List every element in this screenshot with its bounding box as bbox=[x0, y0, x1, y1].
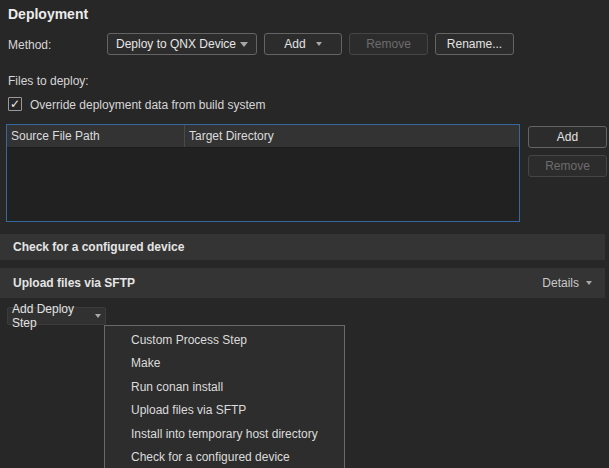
method-combobox[interactable]: Deploy to QNX Device bbox=[107, 33, 257, 55]
chevron-down-icon bbox=[95, 314, 101, 318]
add-method-button-label: Add bbox=[284, 37, 305, 51]
step-title: Check for a configured device bbox=[13, 240, 184, 254]
override-deployment-checkbox-label[interactable]: Override deployment data from build syst… bbox=[30, 98, 265, 112]
step-bar-upload-files-sftp[interactable]: Upload files via SFTP Details bbox=[0, 268, 605, 298]
chevron-down-icon bbox=[240, 42, 248, 47]
override-deployment-checkbox[interactable]: ✓ bbox=[8, 97, 22, 111]
chevron-down-icon bbox=[316, 42, 322, 46]
add-deploy-step-button[interactable]: Add Deploy Step bbox=[7, 307, 106, 325]
method-combobox-value: Deploy to QNX Device bbox=[116, 37, 240, 51]
menu-item-run-conan-install[interactable]: Run conan install bbox=[105, 375, 344, 399]
remove-method-button-label: Remove bbox=[366, 37, 411, 51]
details-toggle-button[interactable]: Details bbox=[542, 276, 592, 290]
remove-file-button[interactable]: Remove bbox=[528, 155, 607, 177]
page-title: Deployment bbox=[8, 6, 88, 22]
remove-file-button-label: Remove bbox=[545, 159, 590, 173]
deployment-settings-panel: Deployment Method: Deploy to QNX Device … bbox=[0, 0, 609, 468]
column-header-target-directory[interactable]: Target Directory bbox=[185, 125, 519, 147]
details-toggle-label: Details bbox=[542, 276, 579, 290]
step-title: Upload files via SFTP bbox=[13, 276, 135, 290]
step-bar-check-configured-device[interactable]: Check for a configured device bbox=[0, 234, 605, 260]
chevron-down-icon bbox=[586, 281, 592, 285]
menu-item-custom-process-step[interactable]: Custom Process Step bbox=[105, 328, 344, 352]
add-deploy-step-button-label: Add Deploy Step bbox=[12, 302, 92, 330]
rename-method-button[interactable]: Rename... bbox=[435, 33, 514, 55]
method-label: Method: bbox=[8, 38, 51, 52]
menu-item-check-for-a-configured-device[interactable]: Check for a configured device bbox=[105, 446, 344, 468]
column-header-source-file-path[interactable]: Source File Path bbox=[7, 125, 185, 147]
deploy-files-table[interactable]: Source File Path Target Directory bbox=[6, 124, 520, 222]
menu-item-install-into-temporary-host-directory[interactable]: Install into temporary host directory bbox=[105, 422, 344, 446]
add-file-button[interactable]: Add bbox=[528, 126, 607, 148]
add-file-button-label: Add bbox=[557, 130, 578, 144]
files-to-deploy-label: Files to deploy: bbox=[8, 74, 89, 88]
menu-item-make[interactable]: Make bbox=[105, 352, 344, 376]
remove-method-button[interactable]: Remove bbox=[349, 33, 428, 55]
rename-method-button-label: Rename... bbox=[447, 37, 502, 51]
deploy-files-table-header: Source File Path Target Directory bbox=[7, 125, 519, 148]
checkmark-icon: ✓ bbox=[10, 98, 20, 110]
add-method-button[interactable]: Add bbox=[264, 33, 342, 55]
menu-item-upload-files-via-sftp[interactable]: Upload files via SFTP bbox=[105, 399, 344, 423]
add-deploy-step-menu: Custom Process Step Make Run conan insta… bbox=[104, 325, 345, 468]
